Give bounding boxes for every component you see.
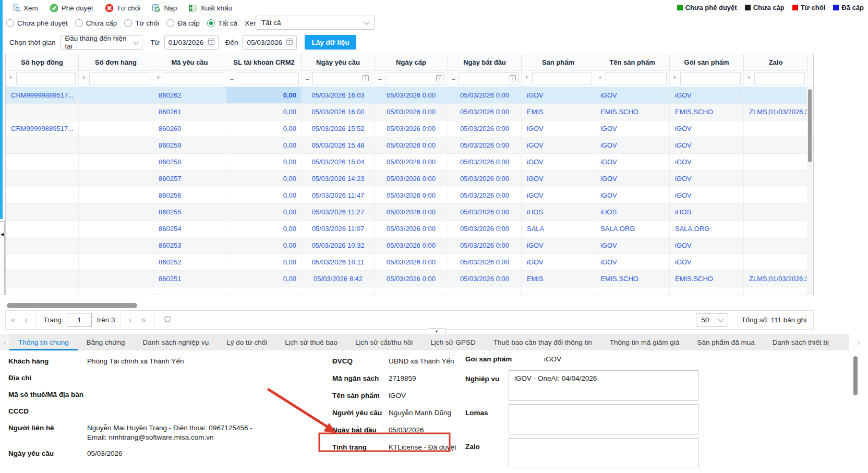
scrollbar-thumb[interactable] [7, 303, 137, 308]
cell[interactable]: iGOV [522, 154, 595, 170]
column-filter-4[interactable]: = [226, 70, 302, 87]
filter-input[interactable] [680, 72, 741, 84]
cell[interactable] [744, 204, 808, 220]
table-row[interactable]: 8602530,0005/03/2026 10:3205/03/2026 0:0… [6, 237, 813, 254]
column-header-7[interactable]: Ngày bắt đầu [448, 54, 522, 70]
cell[interactable] [79, 87, 153, 103]
toolbar-button-tu-choi[interactable]: Từ chối [99, 2, 147, 14]
column-header-2[interactable]: Số đơn hàng [79, 54, 153, 70]
cell[interactable]: 05/03/2026 0:00 [375, 171, 448, 187]
detail-scrollbar-thumb[interactable] [853, 356, 858, 395]
column-header-10[interactable]: Gói sản phẩm [670, 54, 744, 70]
cell[interactable]: 05/03/2026 0:00 [375, 187, 448, 203]
cell[interactable] [79, 221, 153, 237]
column-filter-11[interactable]: * [744, 70, 808, 87]
cell[interactable] [79, 187, 153, 203]
cell[interactable]: iGOV [670, 120, 744, 137]
cell[interactable]: 860262 [153, 87, 226, 103]
cell[interactable]: iGOV [670, 187, 744, 203]
cell[interactable]: 05/03/2026 16:03 [302, 87, 375, 103]
cell[interactable]: SALA.ORG [670, 221, 744, 237]
column-filter-8[interactable]: * [522, 70, 595, 87]
cell[interactable] [6, 254, 79, 270]
table-row[interactable]: 8602540,0005/03/2026 11:0705/03/2026 0:0… [6, 221, 813, 237]
cell[interactable]: 05/03/2026 0:00 [448, 254, 522, 270]
cell[interactable]: 05/03/2026 0:00 [375, 137, 448, 153]
cell[interactable]: 05/03/2026 11:47 [302, 187, 375, 203]
column-header-3[interactable]: Mã yêu cầu [153, 54, 226, 70]
column-header-9[interactable]: Tên sản phẩm [595, 54, 670, 70]
cell[interactable] [6, 221, 79, 237]
cell[interactable]: 860254 [153, 221, 226, 237]
cell[interactable]: 860256 [153, 187, 226, 203]
cell[interactable]: EMIS [522, 104, 595, 120]
column-header-4[interactable]: SL tài khoản CRM2 [226, 54, 302, 70]
fetch-data-button[interactable]: Lấy dữ liệu [305, 35, 356, 50]
table-row[interactable]: 8602510,0005/03/2026 8:4205/03/2026 0:00… [6, 271, 813, 287]
cell[interactable]: 05/03/2026 0:00 [448, 137, 522, 153]
filter-input[interactable] [385, 72, 445, 84]
from-date-input[interactable]: 01/03/2026 [164, 35, 219, 50]
status-radio-5[interactable]: Tất cả [207, 19, 238, 27]
cell[interactable]: 0,00 [226, 237, 302, 253]
tab-10[interactable]: Sản phẩm đã mua [688, 334, 763, 350]
cell[interactable]: 05/03/2026 0:00 [448, 171, 522, 187]
filter-input[interactable] [16, 72, 76, 84]
cell[interactable]: 05/03/2026 0:00 [448, 221, 522, 237]
field-textarea[interactable]: iGOV - OneAI: 04/04/2026 [509, 370, 698, 401]
toolbar-button-xem[interactable]: Xem [6, 2, 44, 14]
cell[interactable]: ZLMS;01/03/2026;3... [744, 104, 808, 120]
cell[interactable]: 05/03/2026 10:32 [302, 237, 375, 253]
tab-11[interactable]: Danh sách thiết bị [764, 334, 838, 350]
cell[interactable]: iGOV [595, 137, 670, 153]
cell[interactable]: EMIS [522, 271, 595, 287]
status-radio-2[interactable]: Chưa cấp [75, 19, 117, 27]
scrollbar-thumb[interactable] [808, 89, 812, 162]
table-row[interactable]: CRM99999889517...8602600,0005/03/2026 15… [6, 120, 813, 137]
cell[interactable]: 05/03/2026 15:52 [302, 120, 375, 137]
cell[interactable]: 05/03/2026 0:00 [375, 120, 448, 137]
table-row[interactable]: 8602580,0005/03/2026 15:0405/03/2026 0:0… [6, 154, 813, 171]
cell[interactable]: 05/03/2026 0:00 [448, 104, 522, 120]
cell[interactable]: 05/03/2026 0:00 [375, 87, 448, 103]
cell[interactable]: iGOV [522, 87, 595, 103]
cell[interactable] [79, 154, 153, 170]
cell[interactable]: 05/03/2026 0:00 [375, 254, 448, 270]
filter-operator[interactable]: = [452, 75, 456, 82]
cell[interactable] [744, 154, 808, 170]
tab-7[interactable]: Lịch sử GPSD [421, 334, 484, 350]
tab-3[interactable]: Danh sách nghiệp vụ [134, 334, 218, 350]
cell[interactable] [79, 137, 153, 153]
filter-operator[interactable]: * [748, 75, 752, 82]
cell[interactable]: 05/03/2026 0:00 [448, 154, 522, 170]
cell[interactable]: 05/03/2026 0:00 [375, 154, 448, 170]
filter-operator[interactable]: = [230, 75, 234, 82]
cell[interactable]: 860255 [153, 204, 226, 220]
table-row[interactable]: 8602590,0005/03/2026 15:4805/03/2026 0:0… [6, 137, 813, 154]
cell[interactable]: 0,00 [226, 120, 302, 137]
cell[interactable] [744, 254, 808, 270]
cell[interactable]: 0,00 [226, 271, 302, 287]
column-header-6[interactable]: Ngày cấp [375, 54, 448, 70]
cell[interactable]: iGOV [670, 137, 744, 153]
tab-4[interactable]: Lý do từ chối [218, 334, 276, 350]
cell[interactable]: iGOV [595, 237, 670, 253]
cell[interactable]: 860251 [153, 271, 226, 287]
filter-input[interactable] [312, 72, 371, 84]
cell[interactable]: 05/03/2026 15:48 [302, 137, 375, 153]
column-filter-3[interactable]: * [153, 70, 226, 87]
cell[interactable]: 05/03/2026 11:27 [302, 204, 375, 220]
view-by-dropdown[interactable]: Tất cả [256, 16, 375, 30]
cell[interactable]: 0,00 [226, 104, 302, 120]
cell[interactable]: 0,00 [226, 254, 302, 270]
tab-6[interactable]: Lịch sử cắt/thu hồi [346, 334, 421, 350]
grid-vertical-scrollbar[interactable] [807, 87, 813, 294]
cell[interactable]: 860253 [153, 237, 226, 253]
field-textarea[interactable] [509, 438, 698, 468]
cell[interactable]: 0,00 [226, 87, 302, 103]
column-filter-9[interactable]: * [595, 70, 670, 87]
cell[interactable]: iGOV [522, 237, 595, 253]
cell[interactable]: 860252 [153, 254, 226, 270]
cell[interactable]: EMIS.SCHO [595, 104, 670, 120]
column-header-1[interactable]: Số hợp đồng [6, 54, 79, 70]
